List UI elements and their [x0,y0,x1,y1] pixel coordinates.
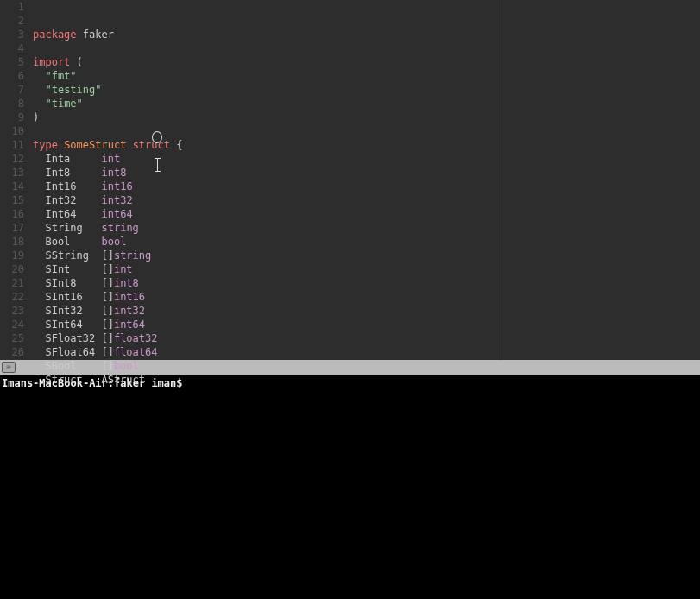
code-token: import [33,56,70,68]
line-number: 21 [0,276,24,290]
code-token: int64 [114,318,145,331]
code-token: "testing" [45,84,101,96]
code-token [33,70,45,82]
code-line[interactable] [33,124,700,138]
code-token: "time" [45,98,82,110]
line-number: 14 [0,180,24,193]
code-token [77,28,83,41]
line-number: 8 [0,97,24,110]
code-token: faker [83,28,114,41]
code-token: int8 [101,167,126,179]
code-line[interactable]: Int8 int8 [33,166,700,180]
code-token: Int32 [33,194,101,206]
code-token: bool [114,360,139,372]
code-token: type [33,139,58,151]
code-line[interactable]: String string [33,221,700,235]
line-number: 11 [0,138,24,152]
code-token: float32 [114,332,158,344]
code-token: SInt32 [] [33,305,114,317]
line-number: 22 [0,290,24,304]
code-token: Struct AStruct [33,374,145,386]
code-token: ) [33,111,39,123]
line-number: 26 [0,345,24,359]
line-number: 15 [0,193,24,207]
code-token: SInt16 [] [33,291,114,303]
code-line[interactable] [33,41,700,55]
code-area[interactable]: package fakerimport ( "fmt" "testing" "t… [33,0,700,360]
code-token: SString [] [33,249,114,262]
line-number: 3 [0,28,24,41]
code-token [33,98,45,110]
line-number: 16 [0,207,24,221]
code-line[interactable]: Struct AStruct [33,373,700,387]
line-number: 9 [0,110,24,124]
line-number: 5 [0,55,24,69]
code-line[interactable]: "testing" [33,83,700,97]
code-token: int16 [114,291,145,303]
code-token: String [33,222,101,234]
code-line[interactable]: package faker [33,28,700,41]
code-token: { [170,139,182,151]
code-line[interactable]: SFloat32 []float32 [33,331,700,345]
vertical-split-divider[interactable] [501,0,501,360]
code-line[interactable]: Bool bool [33,235,700,249]
line-number: 17 [0,221,24,235]
code-line[interactable]: type SomeStruct struct { [33,138,700,152]
code-line[interactable]: SBool []bool [33,359,700,373]
line-number: 19 [0,249,24,262]
code-token: string [114,249,151,262]
line-number: 20 [0,262,24,276]
code-token: SFloat32 [] [33,332,114,344]
line-number: 25 [0,331,24,345]
code-line[interactable]: SInt64 []int64 [33,318,700,331]
line-number: 1 [0,0,24,14]
line-number: 10 [0,124,24,138]
code-line[interactable]: SInt []int [33,262,700,276]
line-number-gutter: 1234567891011121314151617181920212223242… [0,0,33,360]
line-number: 13 [0,166,24,180]
code-token: int [114,263,133,275]
line-number: 6 [0,69,24,83]
code-line[interactable]: "time" [33,97,700,110]
code-token: package [33,28,77,41]
code-line[interactable]: SInt16 []int16 [33,290,700,304]
code-token: int32 [101,194,132,206]
code-token: int [101,153,120,165]
code-line[interactable]: Int64 int64 [33,207,700,221]
line-number: 24 [0,318,24,331]
code-token: int32 [114,305,145,317]
code-token: Bool [33,236,101,248]
code-token [126,139,132,151]
line-number: 12 [0,152,24,166]
code-token: SBool [] [33,360,114,372]
code-token: struct [133,139,170,151]
code-token: "fmt" [45,70,76,82]
code-token: int64 [101,208,132,220]
code-token: Int8 [33,167,101,179]
code-token: SomeStruct [64,139,126,151]
code-line[interactable]: Int16 int16 [33,180,700,193]
code-token: bool [101,236,126,248]
code-token: SFloat64 [] [33,346,114,358]
code-line[interactable]: ) [33,110,700,124]
code-line[interactable]: import ( [33,55,700,69]
code-token: Int64 [33,208,101,220]
code-token: Inta [33,153,101,165]
code-line[interactable]: SString []string [33,249,700,262]
code-line[interactable]: SInt32 []int32 [33,304,700,318]
code-token: ( [70,56,82,68]
code-line[interactable]: Inta int [33,152,700,166]
keyboard-icon: ⌨ [2,362,16,373]
editor-pane[interactable]: 1234567891011121314151617181920212223242… [0,0,700,360]
code-line[interactable]: "fmt" [33,69,700,83]
code-line[interactable]: SInt8 []int8 [33,276,700,290]
code-token: SInt64 [] [33,318,114,331]
code-line[interactable]: Int32 int32 [33,193,700,207]
code-token: string [101,222,138,234]
code-line[interactable]: SFloat64 []float64 [33,345,700,359]
code-token: float64 [114,346,158,358]
line-number: 23 [0,304,24,318]
code-token: int8 [114,277,139,289]
line-number: 2 [0,14,24,28]
code-token [33,84,45,96]
